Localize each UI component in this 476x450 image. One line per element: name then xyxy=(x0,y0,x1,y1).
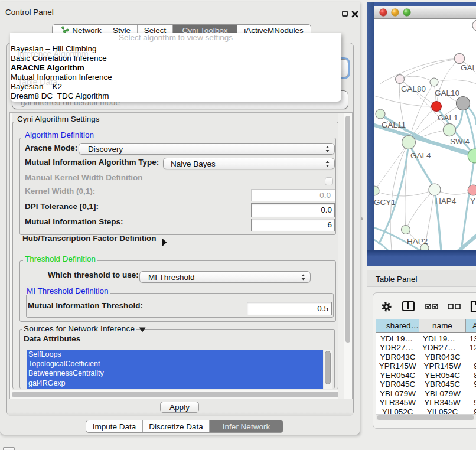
svg-text:SWI4: SWI4 xyxy=(450,137,470,146)
svg-text:Y: Y xyxy=(470,197,475,206)
svg-text:GAL1: GAL1 xyxy=(438,113,458,122)
svg-text:HAP4: HAP4 xyxy=(435,197,457,206)
svg-text:GAL80: GAL80 xyxy=(401,84,426,93)
svg-text:GAL10: GAL10 xyxy=(435,89,459,97)
svg-text:GAL11: GAL11 xyxy=(382,120,406,129)
svg-text:GAL: GAL xyxy=(461,63,476,72)
svg-text:GAL4: GAL4 xyxy=(410,151,431,160)
svg-text:HAP2: HAP2 xyxy=(407,237,428,246)
svg-text:GCY1: GCY1 xyxy=(374,198,396,207)
